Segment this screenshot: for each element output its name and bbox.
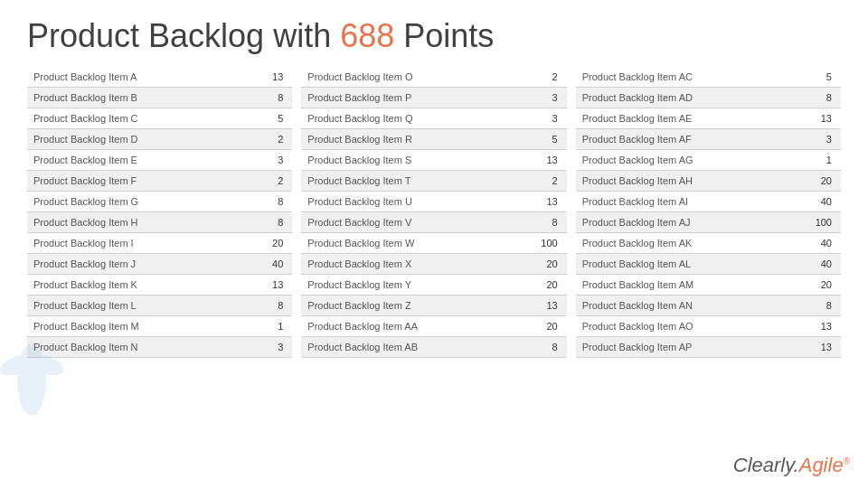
table-row: Product Backlog Item AK40 bbox=[576, 232, 841, 253]
table-row: Product Backlog Item AP13 bbox=[576, 336, 841, 357]
item-points: 13 bbox=[243, 274, 293, 295]
title-highlight: 688 bbox=[340, 17, 394, 54]
table-row: Product Backlog Item AF3 bbox=[576, 128, 841, 149]
item-name: Product Backlog Item AL bbox=[576, 253, 787, 274]
item-name: Product Backlog Item AN bbox=[576, 295, 787, 315]
table-row: Product Backlog Item O2 bbox=[301, 67, 566, 88]
item-name: Product Backlog Item W bbox=[301, 232, 512, 253]
item-name: Product Backlog Item H bbox=[27, 211, 243, 232]
table-row: Product Backlog Item AE13 bbox=[576, 108, 841, 128]
logo-registered: ® bbox=[844, 456, 850, 466]
item-points: 40 bbox=[787, 253, 841, 274]
item-name: Product Backlog Item G bbox=[27, 191, 243, 211]
item-points: 13 bbox=[512, 149, 567, 170]
item-name: Product Backlog Item AO bbox=[576, 315, 787, 336]
table-row: Product Backlog Item N3 bbox=[27, 336, 292, 357]
item-points: 8 bbox=[787, 295, 841, 315]
item-name: Product Backlog Item B bbox=[27, 87, 243, 108]
table-row: Product Backlog Item Z13 bbox=[301, 295, 566, 315]
item-points: 3 bbox=[512, 108, 567, 128]
table-row: Product Backlog Item T2 bbox=[301, 170, 566, 191]
item-points: 20 bbox=[243, 232, 293, 253]
item-points: 20 bbox=[787, 170, 841, 191]
table-row: Product Backlog Item M1 bbox=[27, 315, 292, 336]
item-points: 8 bbox=[243, 295, 293, 315]
table-row: Product Backlog Item K13 bbox=[27, 274, 292, 295]
table-row: Product Backlog Item W100 bbox=[301, 232, 566, 253]
table-row: Product Backlog Item F2 bbox=[27, 170, 292, 191]
backlog-table-0: Product Backlog Item A13Product Backlog … bbox=[27, 67, 292, 358]
item-name: Product Backlog Item AI bbox=[576, 191, 787, 211]
svg-point-0 bbox=[17, 343, 46, 416]
item-name: Product Backlog Item A bbox=[27, 67, 243, 88]
item-name: Product Backlog Item AD bbox=[576, 87, 787, 108]
item-points: 8 bbox=[243, 87, 293, 108]
table-row: Product Backlog Item B8 bbox=[27, 87, 292, 108]
column-group-1: Product Backlog Item O2Product Backlog I… bbox=[301, 67, 566, 358]
table-row: Product Backlog Item AJ100 bbox=[576, 211, 841, 232]
item-name: Product Backlog Item Q bbox=[301, 108, 512, 128]
item-points: 3 bbox=[512, 87, 567, 108]
item-name: Product Backlog Item P bbox=[301, 87, 512, 108]
item-points: 2 bbox=[243, 170, 293, 191]
item-points: 1 bbox=[243, 315, 293, 336]
table-row: Product Backlog Item AD8 bbox=[576, 87, 841, 108]
item-points: 2 bbox=[512, 170, 567, 191]
table-row: Product Backlog Item AO13 bbox=[576, 315, 841, 336]
item-name: Product Backlog Item AG bbox=[576, 149, 787, 170]
item-name: Product Backlog Item I bbox=[27, 232, 243, 253]
item-points: 13 bbox=[787, 315, 841, 336]
bird-decoration bbox=[0, 325, 63, 434]
logo-clearly: Clearly. bbox=[733, 454, 799, 476]
title-prefix: Product Backlog with bbox=[27, 17, 340, 54]
item-name: Product Backlog Item AE bbox=[576, 108, 787, 128]
item-points: 13 bbox=[243, 67, 293, 88]
item-points: 5 bbox=[512, 128, 567, 149]
table-row: Product Backlog Item AI40 bbox=[576, 191, 841, 211]
item-name: Product Backlog Item K bbox=[27, 274, 243, 295]
item-name: Product Backlog Item AK bbox=[576, 232, 787, 253]
table-row: Product Backlog Item J40 bbox=[27, 253, 292, 274]
table-row: Product Backlog Item Q3 bbox=[301, 108, 566, 128]
item-points: 3 bbox=[243, 149, 293, 170]
table-row: Product Backlog Item AG1 bbox=[576, 149, 841, 170]
item-name: Product Backlog Item L bbox=[27, 295, 243, 315]
title-suffix: Points bbox=[394, 17, 494, 54]
item-points: 20 bbox=[512, 274, 567, 295]
item-points: 2 bbox=[512, 67, 567, 88]
table-row: Product Backlog Item S13 bbox=[301, 149, 566, 170]
item-points: 13 bbox=[787, 336, 841, 357]
item-name: Product Backlog Item C bbox=[27, 108, 243, 128]
item-points: 8 bbox=[512, 211, 567, 232]
page-title: Product Backlog with 688 Points bbox=[27, 18, 841, 54]
item-points: 13 bbox=[512, 191, 567, 211]
table-row: Product Backlog Item P3 bbox=[301, 87, 566, 108]
table-row: Product Backlog Item C5 bbox=[27, 108, 292, 128]
item-points: 8 bbox=[787, 87, 841, 108]
table-row: Product Backlog Item Y20 bbox=[301, 274, 566, 295]
item-points: 1 bbox=[787, 149, 841, 170]
backlog-table-1: Product Backlog Item O2Product Backlog I… bbox=[301, 67, 566, 358]
item-name: Product Backlog Item R bbox=[301, 128, 512, 149]
item-points: 40 bbox=[787, 232, 841, 253]
logo-agile: Agile bbox=[799, 454, 844, 476]
table-row: Product Backlog Item AN8 bbox=[576, 295, 841, 315]
item-name: Product Backlog Item AA bbox=[301, 315, 512, 336]
item-name: Product Backlog Item V bbox=[301, 211, 512, 232]
item-points: 8 bbox=[243, 191, 293, 211]
item-name: Product Backlog Item O bbox=[301, 67, 512, 88]
item-name: Product Backlog Item Z bbox=[301, 295, 512, 315]
item-points: 13 bbox=[787, 108, 841, 128]
item-points: 8 bbox=[512, 336, 567, 357]
item-name: Product Backlog Item D bbox=[27, 128, 243, 149]
item-name: Product Backlog Item AB bbox=[301, 336, 512, 357]
item-name: Product Backlog Item AC bbox=[576, 67, 787, 88]
column-group-0: Product Backlog Item A13Product Backlog … bbox=[27, 67, 292, 358]
item-name: Product Backlog Item AP bbox=[576, 336, 787, 357]
logo: Clearly.Agile® bbox=[733, 454, 850, 477]
tables-container: Product Backlog Item A13Product Backlog … bbox=[27, 67, 841, 358]
table-row: Product Backlog Item U13 bbox=[301, 191, 566, 211]
table-row: Product Backlog Item AA20 bbox=[301, 315, 566, 336]
table-row: Product Backlog Item G8 bbox=[27, 191, 292, 211]
table-row: Product Backlog Item D2 bbox=[27, 128, 292, 149]
